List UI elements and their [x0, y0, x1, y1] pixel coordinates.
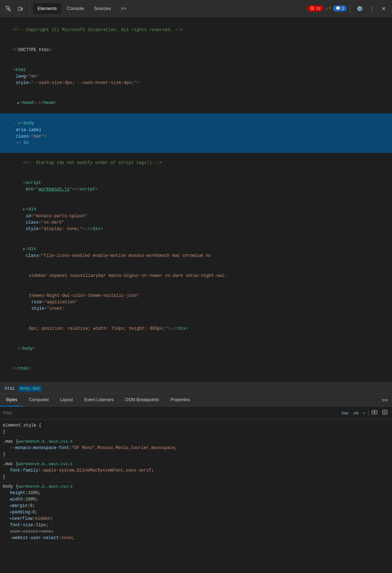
html-line-doctype[interactable]: <!DOCTYPE html>	[0, 40, 392, 60]
svg-rect-1	[18, 7, 21, 11]
html-line-html[interactable]: <html lang="en" style="--sash-size:4px; …	[0, 60, 392, 93]
toolbar: Elements Console Sources >> 🔴 12 ⚠️ 7 💬 …	[0, 0, 392, 17]
css-close-element-style: }	[3, 429, 389, 435]
css-prop-user-select[interactable]: user-select : none ;	[3, 528, 389, 535]
settings-button[interactable]: ⚙️	[354, 3, 365, 14]
close-button[interactable]: ✕	[378, 3, 389, 14]
css-rule-element-style: element.style { }	[0, 421, 392, 437]
info-icon: 💬	[336, 6, 341, 11]
html-line-html-close[interactable]: </html>	[0, 359, 392, 379]
css-selector-element-style[interactable]: element.style {	[3, 422, 389, 429]
html-line-main-div-1[interactable]: ▶<div class="file-icons-enabled enable-m…	[0, 239, 392, 266]
breadcrumb-body[interactable]: body.mac	[18, 385, 42, 392]
html-line-main-div-3: themes-Night-Owl-color-theme-noitalic-js…	[0, 286, 392, 319]
tab-more[interactable]: >>	[117, 3, 131, 14]
css-rule-mac-2: .mac { workbench.d….main.css:3 font-fami…	[0, 459, 392, 482]
warn-icon: ⚠️	[325, 6, 328, 11]
css-prop-padding[interactable]: ▶ padding : 0 ;	[3, 509, 389, 515]
html-line-splash-div[interactable]: ▶<div id="monaco-parts-splash" class="vs…	[0, 199, 392, 239]
css-prop-font-family[interactable]: font-family : -apple-system,BlinkMacSyst…	[3, 467, 389, 474]
select-element-button[interactable]	[381, 409, 389, 417]
css-rule-body: body { workbench.d….main.css:3 height : …	[0, 482, 392, 543]
tab-sources[interactable]: Sources	[90, 3, 115, 14]
cls-button[interactable]: .cls	[351, 410, 360, 416]
new-style-rule-button[interactable]	[370, 409, 379, 417]
css-selector-body[interactable]: body { workbench.d….main.css:3	[3, 483, 389, 490]
styles-subtabs: Styles Computed Layout Event Listeners D…	[0, 394, 392, 407]
html-line-head[interactable]: ▶<head>…</head>	[0, 93, 392, 113]
subtab-layout[interactable]: Layout	[54, 394, 79, 407]
warn-count: 7	[329, 6, 331, 11]
subtab-event-listeners[interactable]: Event Listeners	[79, 394, 120, 407]
css-close-mac-1: }	[3, 451, 389, 458]
inspect-element-button[interactable]	[3, 3, 14, 14]
css-prop-overflow[interactable]: ▶ overflow : hidden ;	[3, 515, 389, 522]
subtab-computed[interactable]: Computed	[23, 394, 54, 407]
subtab-properties[interactable]: Properties	[165, 394, 196, 407]
filter-separator	[368, 410, 368, 416]
css-file-ref-mac-2[interactable]: workbench.d….main.css:3	[18, 461, 72, 467]
hov-button[interactable]: :hov	[340, 410, 350, 416]
elements-panel: <!-- Copyright (C) Microsoft Corporation…	[0, 17, 392, 384]
subtab-styles[interactable]: Styles	[0, 394, 23, 407]
filter-input[interactable]	[3, 410, 337, 415]
css-rule-mac-1: .mac { workbench.d….main.css:3 --monaco-…	[0, 437, 392, 459]
info-count: 1	[342, 6, 344, 11]
info-badge[interactable]: 💬 1	[333, 5, 347, 11]
html-line-main-div-4: 0px; position: relative; width: 714px; h…	[0, 319, 392, 339]
html-line-comment[interactable]: <!-- Copyright (C) Microsoft Corporation…	[0, 20, 392, 40]
html-line-body[interactable]: … ▼<body aria-label class="mac"> == $0	[0, 113, 392, 153]
css-close-mac-2: }	[3, 474, 389, 480]
error-badge[interactable]: 🔴 12	[307, 5, 323, 11]
html-line-startup-comment[interactable]: <!-- Startup (do not modify order of scr…	[0, 153, 392, 173]
css-prop-monospace[interactable]: --monaco-monospace-font : "SF Mono",Mona…	[3, 445, 389, 451]
css-prop-height[interactable]: height : 100% ;	[3, 490, 389, 496]
subtab-more-button[interactable]: >>	[378, 394, 392, 407]
html-line-script[interactable]: <script src="workbench.js"></script>	[0, 173, 392, 199]
css-prop-font-size[interactable]: font-size : 11px ;	[3, 522, 389, 528]
css-prop-margin[interactable]: ▶ margin : 0 ;	[3, 503, 389, 509]
toolbar-separator-1	[29, 4, 30, 13]
subtab-dom-breakpoints[interactable]: DOM Breakpoints	[120, 394, 165, 407]
css-prop-webkit-user-select[interactable]: -webkit-user-select : none ;	[3, 535, 389, 541]
add-rule-button[interactable]: +	[362, 410, 367, 416]
filter-bar: :hov .cls +	[0, 407, 392, 419]
tab-console[interactable]: Console	[62, 3, 88, 14]
css-file-ref-mac-1[interactable]: workbench.d….main.css:3	[18, 438, 72, 445]
device-toggle-button[interactable]	[15, 3, 26, 14]
styles-panel: element.style { } .mac { workbench.d….ma…	[0, 419, 392, 544]
html-line-main-div-2: sidebar nopanel noauxiliarybar macos-big…	[0, 266, 392, 286]
warn-badge[interactable]: ⚠️ 7	[325, 6, 331, 11]
breadcrumb-bar: html body.mac	[0, 384, 392, 394]
toolbar-separator-2	[350, 4, 351, 13]
css-prop-width[interactable]: width : 100% ;	[3, 496, 389, 503]
error-count: 12	[316, 6, 321, 11]
breadcrumb-html[interactable]: html	[3, 385, 17, 392]
tab-elements[interactable]: Elements	[33, 3, 61, 14]
error-icon: 🔴	[310, 6, 315, 11]
html-line-body-close[interactable]: </body>	[0, 339, 392, 359]
badge-group: 🔴 12 ⚠️ 7 💬 1	[307, 5, 347, 11]
css-selector-mac-2[interactable]: .mac { workbench.d….main.css:3	[3, 461, 389, 467]
more-options-button[interactable]: ⋮	[366, 3, 377, 14]
svg-rect-2	[21, 8, 22, 10]
css-file-ref-body[interactable]: workbench.d….main.css:3	[18, 483, 72, 490]
filter-buttons: :hov .cls +	[340, 409, 389, 417]
css-selector-mac-1[interactable]: .mac { workbench.d….main.css:3	[3, 438, 389, 445]
